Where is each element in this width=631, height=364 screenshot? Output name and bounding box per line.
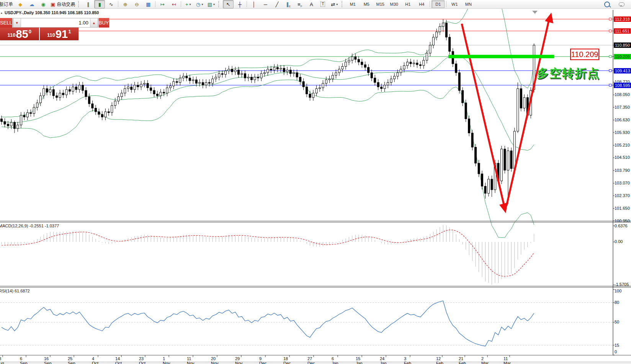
toolbar-grip[interactable]: [218, 1, 221, 7]
trendline-icon[interactable]: ╱: [271, 0, 282, 8]
fibonacci-icon: ≡: [298, 2, 301, 7]
bid-price-base: 110: [8, 32, 16, 38]
line-chart-icon[interactable]: ∿: [106, 0, 116, 8]
timeframe-d1-button[interactable]: D1: [432, 0, 445, 8]
bar-chart-icon[interactable]: ∥: [83, 0, 93, 8]
toolbar-buttons: 新订单◆☁◉▣自动交易∥▮∿⊕⊖▦↦↤+▾◷▾▧▾↖┼│─╱∥E≡FAT⇄▾M1…: [0, 0, 475, 8]
periodicity-icon: ◷: [196, 2, 200, 7]
chat-icon[interactable]: [616, 0, 627, 8]
dropdown-arrow-icon[interactable]: ▾: [336, 3, 338, 6]
toolbar-grip[interactable]: [78, 1, 81, 7]
buy-button[interactable]: BUY: [99, 18, 109, 28]
bid-price-button[interactable]: 110850: [0, 28, 39, 40]
market-watch-icon[interactable]: ◆: [15, 0, 26, 8]
timeframe-h1-button[interactable]: H1: [401, 0, 414, 8]
text-icon: A: [310, 2, 313, 7]
collapse-objects-icon[interactable]: ▴: [1, 11, 2, 15]
ask-price-big: 91: [56, 29, 68, 39]
accounts-icon: ☁: [29, 2, 34, 7]
ask-price-base: 110: [47, 32, 55, 38]
horizontal-line-icon: ─: [264, 2, 267, 7]
tile-windows-icon[interactable]: ▦: [143, 0, 154, 8]
zoom-out-icon: ⊖: [135, 2, 139, 7]
toolbar-separator: [181, 1, 181, 7]
chart-title: USDJPY-,Daily 108.350 110.945 108.185 11…: [5, 10, 99, 15]
signals-icon: ◉: [41, 2, 45, 7]
timeframe-m1-button[interactable]: M1: [346, 0, 359, 8]
price-chart[interactable]: [0, 0, 631, 364]
timeframe-h4-button[interactable]: H4: [415, 0, 428, 8]
sell-button[interactable]: SELL: [0, 18, 12, 28]
periodicity-icon[interactable]: ◷▾: [194, 0, 205, 8]
text-icon[interactable]: A: [306, 0, 317, 8]
trading-terminal-window: 新订单◆☁◉▣自动交易∥▮∿⊕⊖▦↦↤+▾◷▾▧▾↖┼│─╱∥E≡FAT⇄▾M1…: [0, 0, 631, 364]
equidistant-channel-icon[interactable]: ∥E: [283, 0, 294, 8]
trendline-icon: ╱: [275, 2, 278, 7]
toolbar: 新订单◆☁◉▣自动交易∥▮∿⊕⊖▦↦↤+▾◷▾▧▾↖┼│─╱∥E≡FAT⇄▾M1…: [0, 0, 631, 9]
timeframe-m30-button[interactable]: M30: [387, 0, 401, 8]
dropdown-arrow-icon[interactable]: ▾: [190, 3, 191, 6]
volume-box: ▼ ▲: [13, 18, 98, 28]
cursor-icon[interactable]: ↖: [223, 0, 234, 8]
indicators-icon[interactable]: ▧▾: [206, 0, 216, 8]
new-order-button-label: 新订单: [0, 1, 13, 8]
toolbar-separator: [155, 1, 155, 7]
toolbar-grip[interactable]: [342, 1, 344, 7]
timeframe-m5-button[interactable]: M5: [360, 0, 373, 8]
timeframe-m15-button[interactable]: M15: [374, 0, 387, 8]
auto-scroll-icon[interactable]: ↦: [157, 0, 168, 8]
horizontal-line-icon[interactable]: ─: [260, 0, 271, 8]
market-watch-icon: ◆: [18, 2, 22, 7]
vertical-line-icon[interactable]: │: [248, 0, 259, 8]
toolbar-separator: [247, 1, 247, 7]
tile-windows-icon: ▦: [146, 2, 150, 7]
arrows-icon: ⇄: [331, 2, 335, 7]
new-chart-icon[interactable]: +▾: [183, 0, 193, 8]
toolbar-separator: [446, 1, 446, 7]
dropdown-arrow-icon[interactable]: ▾: [213, 3, 215, 6]
bar-chart-icon: ∥: [87, 2, 90, 7]
toolbar-right: [601, 0, 631, 8]
autotrading-button-label: 自动交易: [57, 1, 75, 8]
ask-price-button[interactable]: 110911: [40, 28, 79, 40]
timeframe-mn-button[interactable]: MN: [462, 0, 475, 8]
macd-indicator-label: MACD(12,26,9) -0.2551 -1.0377: [0, 224, 59, 228]
text-label-icon[interactable]: T: [317, 0, 328, 8]
chart-shift-icon[interactable]: ↤: [168, 0, 179, 8]
support-price-callout[interactable]: 110.209: [570, 49, 599, 60]
crosshair-icon: ┼: [238, 2, 242, 7]
crosshair-icon[interactable]: ┼: [234, 0, 245, 8]
toolbar-separator: [118, 1, 118, 7]
volume-decrease-button[interactable]: ▼: [13, 18, 21, 27]
bid-price-pip: 0: [29, 29, 31, 34]
timeframe-w1-button[interactable]: W1: [448, 0, 461, 8]
dropdown-arrow-icon[interactable]: ▾: [201, 3, 203, 6]
volume-increase-button[interactable]: ▲: [90, 18, 98, 27]
candlestick-chart-icon[interactable]: ▮: [94, 0, 105, 8]
fibonacci-icon[interactable]: ≡F: [294, 0, 305, 8]
one-click-trade-panel: SELL ▼ ▲ BUY 110850 110911: [0, 18, 78, 40]
zoom-in-icon[interactable]: ⊕: [120, 0, 131, 8]
text-label-icon: T: [320, 2, 325, 7]
auto-scroll-icon: ↦: [160, 2, 165, 7]
candlestick-chart-icon: ▮: [98, 2, 101, 7]
indicators-icon: ▧: [208, 2, 212, 7]
bid-price-big: 85: [16, 29, 28, 39]
signals-icon[interactable]: ◉: [38, 0, 49, 8]
chart-shift-icon: ↤: [172, 2, 176, 7]
ask-price-pip: 1: [68, 29, 71, 34]
new-order-button[interactable]: 新订单: [0, 0, 14, 8]
autotrading-button: ▣: [51, 2, 55, 7]
turning-point-note[interactable]: 多空转折点: [537, 65, 600, 82]
autotrading-button[interactable]: ▣自动交易: [49, 0, 76, 8]
cursor-icon: ↖: [226, 2, 230, 7]
volume-input[interactable]: [21, 18, 90, 27]
toolbar-separator: [430, 1, 430, 7]
accounts-icon[interactable]: ☁: [26, 0, 37, 8]
zoom-in-icon: ⊕: [123, 2, 128, 7]
vertical-line-icon: │: [252, 2, 255, 7]
arrows-icon[interactable]: ⇄▾: [329, 0, 340, 8]
zoom-out-icon[interactable]: ⊖: [131, 0, 142, 8]
rsi-indicator-label: RSI(14) 61.6872: [0, 289, 30, 293]
search-icon[interactable]: [602, 0, 612, 8]
